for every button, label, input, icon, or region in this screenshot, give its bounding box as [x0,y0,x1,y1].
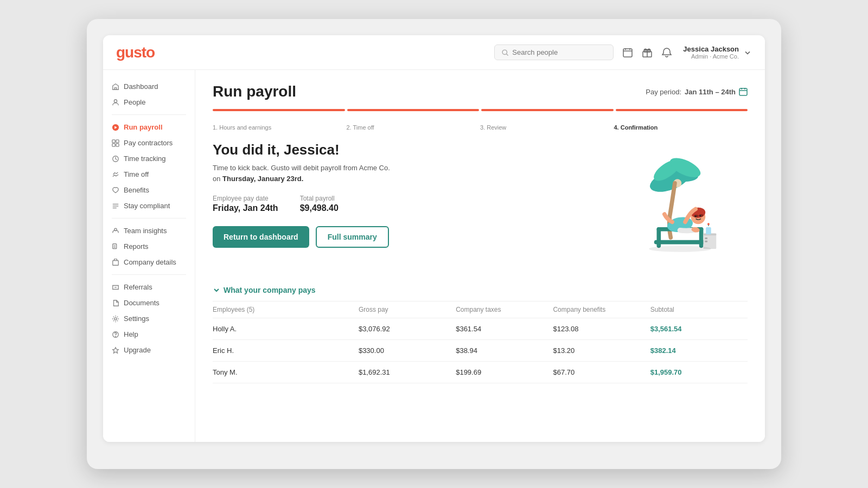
step-bar-1 [213,109,345,111]
sidebar-payroll-section: Run payroll Pay contractors Time trackin… [103,119,195,214]
svg-point-60 [649,246,711,252]
calendar-small-icon [739,87,748,96]
stay-compliant-icon [112,202,119,210]
gift-icon[interactable] [642,47,653,58]
sidebar-item-help[interactable]: Help [103,326,195,342]
success-body: Time to kick back. Gusto will debit payr… [213,163,390,184]
sidebar-item-settings[interactable]: Settings [103,311,195,326]
pay-period-label: Pay period: [646,88,681,96]
progress-bar-container: 1. Hours and earnings 2. Time off 3. Rev… [213,109,748,131]
user-details: Jessica Jackson Admin · Acme Co. [683,45,739,60]
return-to-dashboard-button[interactable]: Return to dashboard [213,226,309,248]
row-gross: $3,076.92 [359,325,456,333]
upgrade-icon [112,346,119,354]
user-role: Admin · Acme Co. [683,53,739,60]
sidebar-bottom-section: Referrals Documents Settings Help [103,279,195,358]
sidebar-label-stay-compliant: Stay compliant [124,202,170,210]
sidebar-divider-2 [112,218,186,219]
step-label-1: 1. Hours and earnings [213,124,347,131]
sidebar-item-run-payroll[interactable]: Run payroll [103,119,195,135]
row-subtotal: $1,959.70 [650,368,748,376]
progress-steps [213,109,748,111]
col-gross-pay: Gross pay [359,306,456,313]
full-summary-button[interactable]: Full summary [316,226,389,248]
sidebar-item-upgrade[interactable]: Upgrade [103,342,195,358]
search-icon [501,49,509,56]
section-toggle-label: What your company pays [224,286,316,294]
sidebar-divider-1 [112,114,186,115]
svg-rect-14 [116,139,119,142]
svg-rect-2 [623,49,632,57]
svg-rect-50 [699,214,704,217]
sidebar-label-upgrade: Upgrade [124,346,151,354]
svg-rect-9 [114,87,117,89]
celebration-illustration [628,142,742,266]
svg-rect-57 [706,227,711,234]
sidebar-item-documents[interactable]: Documents [103,295,195,311]
team-insights-icon [112,227,119,235]
sidebar-divider-3 [112,274,186,275]
employee-pay-date-block: Employee pay date Friday, Jan 24th [213,195,278,213]
total-payroll-value: $9,498.40 [300,203,339,213]
sidebar-top-section: Dashboard People [103,79,195,110]
sidebar-label-company-details: Company details [124,258,176,266]
row-gross: $330.00 [359,346,456,355]
row-benefits: $123.08 [553,325,650,333]
col-company-benefits: Company benefits [553,306,650,313]
time-tracking-icon [112,155,119,163]
svg-rect-25 [113,260,119,265]
search-input[interactable] [512,48,607,56]
time-off-icon [112,171,119,178]
row-name: Holly A. [213,325,359,333]
svg-marker-30 [113,347,119,353]
sidebar-item-time-tracking[interactable]: Time tracking [103,151,195,166]
documents-icon [112,299,119,307]
main-content: Run payroll Pay period: Jan 11th – 24th [195,70,765,442]
row-taxes: $38.94 [456,346,553,355]
row-subtotal: $3,561.54 [650,325,748,333]
sidebar-item-time-off[interactable]: Time off [103,166,195,182]
sidebar-label-reports: Reports [124,242,149,251]
sidebar-item-benefits[interactable]: Benefits [103,182,195,198]
sidebar-label-documents: Documents [124,299,159,307]
header-icons [622,47,672,58]
sidebar-item-team-insights[interactable]: Team insights [103,223,195,239]
sidebar-item-company-details[interactable]: Company details [103,254,195,270]
sidebar-label-dashboard: Dashboard [124,82,158,91]
laptop-frame: gusto Jessica Jackson [87,19,781,469]
sidebar-item-reports[interactable]: Reports [103,239,195,254]
sidebar-item-stay-compliant[interactable]: Stay compliant [103,198,195,214]
sidebar-item-referrals[interactable]: Referrals [103,279,195,295]
reports-icon [112,243,119,251]
sidebar-item-pay-contractors[interactable]: Pay contractors [103,135,195,151]
row-benefits: $13.20 [553,346,650,355]
bell-icon[interactable] [661,47,672,58]
success-date: Thursday, January 23rd. [222,175,303,183]
sidebar-label-team-insights: Team insights [124,227,167,235]
payroll-info: Employee pay date Friday, Jan 24th Total… [213,195,390,213]
svg-point-27 [114,317,117,319]
sidebar-item-dashboard[interactable]: Dashboard [103,79,195,94]
col-company-taxes: Company taxes [456,306,553,313]
svg-point-0 [502,50,507,54]
body: Dashboard People Run payroll Pay [103,70,765,442]
home-icon [112,83,119,91]
step-bar-4 [616,109,748,111]
svg-point-59 [707,223,710,225]
search-bar[interactable] [494,44,614,60]
chevron-down-section-icon [213,286,220,294]
page-title: Run payroll [213,83,296,100]
help-icon [112,331,119,338]
steps-labels: 1. Hours and earnings 2. Time off 3. Rev… [213,124,748,131]
user-info[interactable]: Jessica Jackson Admin · Acme Co. [683,45,752,60]
sidebar-item-people[interactable]: People [103,94,195,110]
table-header: Employees (5) Gross pay Company taxes Co… [213,301,748,318]
app-container: gusto Jessica Jackson [103,35,765,442]
section-toggle[interactable]: What your company pays [213,286,748,294]
svg-rect-15 [112,143,115,146]
sidebar-label-pay-contractors: Pay contractors [124,139,173,147]
calendar-icon[interactable] [622,47,633,58]
row-subtotal: $382.14 [650,346,748,355]
svg-rect-56 [705,241,707,242]
sidebar-label-run-payroll: Run payroll [124,123,163,131]
